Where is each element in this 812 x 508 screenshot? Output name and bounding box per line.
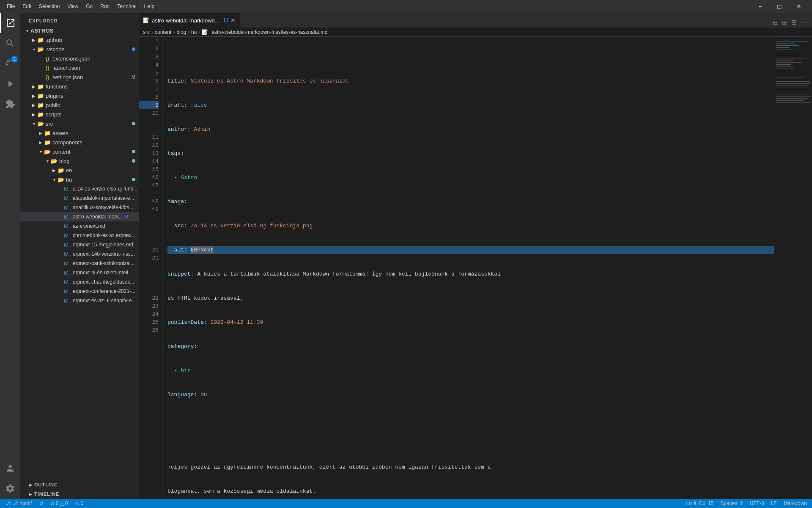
breadcrumb-blog[interactable]: blog: [176, 29, 186, 35]
status-spaces[interactable]: Spaces: 2: [719, 499, 744, 508]
breadcrumb-content[interactable]: content: [155, 29, 171, 35]
position-text: Ln 9, Col 15: [686, 500, 714, 506]
tree-item-github[interactable]: ▶ 📁 .github: [20, 35, 139, 44]
sidebar-tree[interactable]: ▾ ASTROS ▶ 📁 .github ▾ 📂 .vscode {} exte…: [20, 26, 139, 480]
outline-section[interactable]: ▶ OUTLINE: [20, 480, 139, 489]
tree-item-src[interactable]: ▾ 📂 src: [20, 119, 139, 128]
warning-icon: △: [60, 500, 64, 506]
tree-item-hu[interactable]: ▾ 📂 hu: [20, 175, 139, 184]
tree-item-blog[interactable]: ▾ 📂 blog: [20, 156, 139, 166]
file-icon-erpnext-bi: M↓: [64, 270, 71, 276]
tree-label-erpnext-bank: erpnext-bank-szinkronizal...: [73, 260, 135, 266]
tab-bar-actions: ⊟ ⊞ ☰ ⋯: [771, 17, 812, 28]
titlebar-left: File Edit Selection View Go Run Terminal…: [3, 2, 158, 11]
activity-settings[interactable]: [0, 478, 20, 499]
tree-label-erpnext-bi: erpnext-bi-és-üzleti-intell...: [73, 270, 132, 276]
tree-label-plugins: plugins: [46, 93, 63, 99]
svg-rect-19: [776, 81, 810, 82]
close-button[interactable]: ✕: [789, 0, 809, 13]
toggle-sidebar-button[interactable]: ☰: [790, 17, 798, 28]
status-eol[interactable]: LF: [769, 499, 779, 508]
tree-root-astros[interactable]: ▾ ASTROS: [20, 26, 139, 35]
tree-item-erpnext15[interactable]: M↓ erpnext-15-megjelenes.md: [20, 240, 139, 249]
timeline-section[interactable]: ▶ TIMELINE: [20, 489, 139, 499]
outline-label: OUTLINE: [34, 482, 58, 487]
main-layout: 2 EXPLORER ⋯ ▾ ASTROS: [0, 13, 812, 499]
status-branch[interactable]: ⎇ ⎇ main*: [3, 499, 34, 508]
menu-terminal[interactable]: Terminal: [114, 2, 140, 11]
tree-item-erpnext140[interactable]: M↓ erpnext-140-verzióra-friss...: [20, 249, 139, 259]
activity-explorer[interactable]: [0, 13, 20, 33]
breadcrumb-src[interactable]: src: [143, 29, 150, 35]
tree-item-a14[interactable]: M↓ a-14-es-verzio-elso-uj-funk...: [20, 184, 139, 193]
tree-arrow-vscode: ▾: [30, 47, 37, 52]
minimize-button[interactable]: −: [750, 0, 770, 13]
tree-item-erpnext-bank[interactable]: M↓ erpnext-bank-szinkronizal...: [20, 259, 139, 268]
tree-item-content[interactable]: ▾ 📂 content: [20, 147, 139, 156]
svg-rect-12: [776, 62, 801, 63]
activity-extensions[interactable]: [0, 94, 20, 114]
restore-button[interactable]: ◻: [770, 0, 789, 13]
tree-item-scripts[interactable]: ▶ 📁 scripts: [20, 110, 139, 119]
language-text: Markdown: [784, 500, 807, 506]
more-actions-button[interactable]: ⋯: [799, 17, 809, 28]
tree-item-en[interactable]: ▶ 📁 en: [20, 166, 139, 175]
tree-item-vscode[interactable]: ▾ 📂 .vscode: [20, 44, 139, 54]
tree-item-erpnext-ui[interactable]: M↓ erpnext-és-az-ui-shopifv-e...: [20, 296, 139, 305]
tree-item-az-erpnext[interactable]: M↓ az-erpnext.md: [20, 221, 139, 231]
file-icon-analitikus: M↓: [64, 204, 71, 211]
timeline-label: TIMELINE: [34, 491, 59, 497]
tree-label-components: components: [52, 139, 82, 146]
file-icon-erpnext-conf: M↓: [64, 288, 71, 295]
svg-rect-18: [776, 77, 804, 77]
menu-view[interactable]: View: [64, 2, 82, 11]
menu-go[interactable]: Go: [82, 2, 96, 11]
sidebar-header: EXPLORER ⋯: [20, 13, 139, 26]
menu-run[interactable]: Run: [97, 2, 113, 11]
activity-run-debug[interactable]: [0, 74, 20, 94]
activity-search[interactable]: [0, 33, 20, 53]
activity-source-control[interactable]: 2: [0, 53, 20, 74]
new-file-icon[interactable]: ⋯: [125, 17, 134, 24]
tab-close-button[interactable]: ✕: [230, 17, 236, 24]
menu-selection[interactable]: Selection: [36, 2, 63, 11]
tree-item-alapadatok[interactable]: M↓ alapadatok-importalasa-e...: [20, 193, 139, 203]
tree-item-extensions[interactable]: {} extensions.json: [20, 54, 139, 63]
tree-label-az-erpnext: az-erpnext.md: [73, 223, 105, 229]
tree-item-launch[interactable]: {} launch.json: [20, 63, 139, 72]
tree-item-erpnext-chat[interactable]: M↓ erpnext-chat-megoldasok...: [20, 277, 139, 287]
tree-item-chromebook[interactable]: M↓ chromebook-és az erpnex...: [20, 231, 139, 240]
breadcrumb-hu[interactable]: hu: [191, 29, 197, 35]
menu-file[interactable]: File: [3, 2, 18, 11]
tree-item-erpnext-conf[interactable]: M↓ erpnext-conference-2021-...: [20, 287, 139, 296]
status-language[interactable]: Markdown: [782, 499, 809, 508]
tree-label-erpnext140: erpnext-140-verzióra-friss...: [73, 251, 135, 257]
astro-weboldal-label: astro-weboldal-mark...: [73, 214, 123, 220]
status-sync[interactable]: ↺: [38, 499, 45, 508]
tree-item-analitikus[interactable]: M↓ analitikus-könyvelés-köts...: [20, 203, 139, 212]
sidebar-header-icons[interactable]: ⋯: [125, 17, 134, 24]
tree-item-assets[interactable]: ▶ 📁 assets: [20, 128, 139, 138]
tab-astro-weboldal[interactable]: 📝 astro-weboldal-markdown-frissites-es-h…: [139, 13, 240, 28]
tree-item-astro-weboldal[interactable]: M↓ astro-weboldal-mark... U: [20, 212, 139, 221]
code-content[interactable]: --- title: Státusz és Astro Markdown fri…: [162, 37, 774, 499]
split-editor-button[interactable]: ⊟: [771, 17, 779, 28]
titlebar-menu[interactable]: File Edit Selection View Go Run Terminal…: [3, 2, 158, 11]
tree-item-functions[interactable]: ▶ 📁 functions: [20, 82, 139, 91]
status-info[interactable]: ⚠ 0: [73, 499, 85, 508]
tree-item-public[interactable]: ▶ 📁 public: [20, 100, 139, 110]
tree-item-plugins[interactable]: ▶ 📁 plugins: [20, 91, 139, 100]
status-encoding[interactable]: UTF-8: [748, 499, 766, 508]
status-position[interactable]: Ln 9, Col 15: [685, 499, 716, 508]
tree-item-settings[interactable]: {} settings.json M: [20, 72, 139, 82]
menu-edit[interactable]: Edit: [19, 2, 35, 11]
editor-layout-button[interactable]: ⊞: [780, 17, 789, 28]
menu-help[interactable]: Help: [141, 2, 158, 11]
code-editor[interactable]: 1 2 3 4 5 6 7 8 9 10 11 12 13 14 15 16 1…: [139, 37, 812, 499]
activity-account[interactable]: [0, 458, 20, 478]
svg-rect-7: [776, 52, 789, 52]
tree-item-components[interactable]: ▶ 📁 components: [20, 138, 139, 147]
tree-item-erpnext-bi[interactable]: M↓ erpnext-bi-és-üzleti-intell...: [20, 268, 139, 277]
tree-label-blog: blog: [59, 158, 70, 164]
status-errors[interactable]: ⊘ 0 △ 0: [49, 499, 69, 508]
